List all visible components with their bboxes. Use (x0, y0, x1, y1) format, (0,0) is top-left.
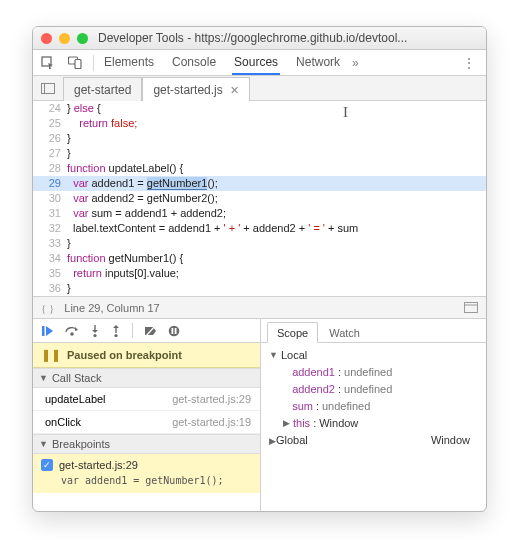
scope-var[interactable]: addend2: undefined (269, 381, 478, 398)
step-out-icon[interactable] (111, 325, 121, 337)
svg-point-14 (169, 325, 180, 336)
svg-rect-15 (172, 328, 174, 334)
paused-banner: ❚❚ Paused on breakpoint (33, 343, 260, 368)
main-toolbar: Elements Console Sources Network » ⋮ (33, 50, 486, 76)
tab-elements[interactable]: Elements (102, 50, 156, 75)
debugger-pane: ❚❚ Paused on breakpoint ▼Call Stack upda… (33, 319, 486, 512)
svg-rect-2 (75, 60, 81, 69)
scope-tabs: Scope Watch (261, 319, 486, 343)
separator (93, 55, 94, 71)
resume-icon[interactable] (42, 325, 54, 337)
deactivate-bp-icon[interactable] (144, 325, 157, 337)
cursor-position: Line 29, Column 17 (64, 302, 159, 314)
breakpoints-header[interactable]: ▼Breakpoints (33, 434, 260, 454)
tab-watch[interactable]: Watch (320, 323, 369, 342)
svg-rect-5 (465, 303, 478, 313)
toggle-sidebar-icon[interactable] (464, 302, 478, 313)
callstack-header[interactable]: ▼Call Stack (33, 368, 260, 388)
inspect-icon[interactable] (33, 56, 61, 69)
debugger-right: Scope Watch ▼Local addend1: undefined ad… (261, 319, 486, 512)
kebab-menu-icon[interactable]: ⋮ (452, 55, 486, 71)
triangle-right-icon: ▶ (283, 415, 290, 432)
svg-point-10 (93, 333, 96, 336)
code-editor[interactable]: I 24} else { 25 return false; 26} 27} 28… (33, 101, 486, 296)
debugger-left: ❚❚ Paused on breakpoint ▼Call Stack upda… (33, 319, 261, 512)
file-tab-js[interactable]: get-started.js✕ (142, 77, 249, 101)
step-into-icon[interactable] (90, 325, 100, 337)
braces-icon[interactable]: { } (41, 302, 54, 314)
svg-rect-7 (42, 326, 45, 336)
svg-rect-16 (175, 328, 177, 334)
triangle-down-icon: ▼ (39, 439, 48, 449)
close-icon[interactable] (41, 33, 52, 44)
triangle-down-icon: ▼ (39, 373, 48, 383)
tab-scope[interactable]: Scope (267, 322, 318, 343)
svg-point-8 (70, 332, 74, 336)
stack-frame[interactable]: onClickget-started.js:19 (33, 411, 260, 434)
step-over-icon[interactable] (65, 325, 79, 336)
scope-global[interactable]: ▶GlobalWindow (269, 432, 478, 450)
paused-text: Paused on breakpoint (67, 349, 182, 361)
debug-controls (33, 319, 260, 343)
pause-exceptions-icon[interactable] (168, 325, 180, 337)
zoom-icon[interactable] (77, 33, 88, 44)
current-line[interactable]: 29 var addend1 = getNumber1(); (33, 176, 486, 191)
separator (132, 323, 133, 338)
stack-frame[interactable]: updateLabelget-started.js:29 (33, 388, 260, 411)
window-titlebar[interactable]: Developer Tools - https://googlechrome.g… (33, 27, 486, 50)
text-cursor-icon: I (343, 105, 348, 120)
file-tab-html[interactable]: get-started (63, 77, 142, 101)
editor-statusbar: { } Line 29, Column 17 (33, 296, 486, 319)
devtools-window: Developer Tools - https://googlechrome.g… (32, 26, 487, 512)
breakpoint-code: var addend1 = getNumber1(); (61, 473, 252, 488)
tab-network[interactable]: Network (294, 50, 342, 75)
device-icon[interactable] (61, 56, 89, 69)
svg-point-12 (114, 333, 117, 336)
window-title: Developer Tools - https://googlechrome.g… (98, 31, 478, 45)
scope-this[interactable]: ▶this: Window (269, 415, 478, 432)
checkbox-icon[interactable]: ✓ (41, 459, 53, 471)
tab-sources[interactable]: Sources (232, 50, 280, 75)
traffic-lights (41, 33, 88, 44)
breakpoint-item[interactable]: ✓get-started.js:29 var addend1 = getNumb… (33, 454, 260, 493)
tab-console[interactable]: Console (170, 50, 218, 75)
navigator-toggle-icon[interactable] (33, 76, 63, 100)
scope-var[interactable]: addend1: undefined (269, 364, 478, 381)
panel-tabs: Elements Console Sources Network (102, 50, 342, 75)
triangle-right-icon: ▶ (269, 436, 276, 446)
scope-local[interactable]: ▼Local (269, 347, 478, 364)
more-tabs-icon[interactable]: » (352, 56, 359, 70)
minimize-icon[interactable] (59, 33, 70, 44)
scope-var[interactable]: sum: undefined (269, 398, 478, 415)
triangle-down-icon: ▼ (269, 347, 278, 364)
file-tabs: get-started get-started.js✕ (33, 76, 486, 101)
scope-tree[interactable]: ▼Local addend1: undefined addend2: undef… (261, 343, 486, 454)
close-tab-icon[interactable]: ✕ (230, 84, 239, 96)
svg-rect-4 (45, 83, 55, 93)
warning-icon: ❚❚ (41, 348, 61, 362)
